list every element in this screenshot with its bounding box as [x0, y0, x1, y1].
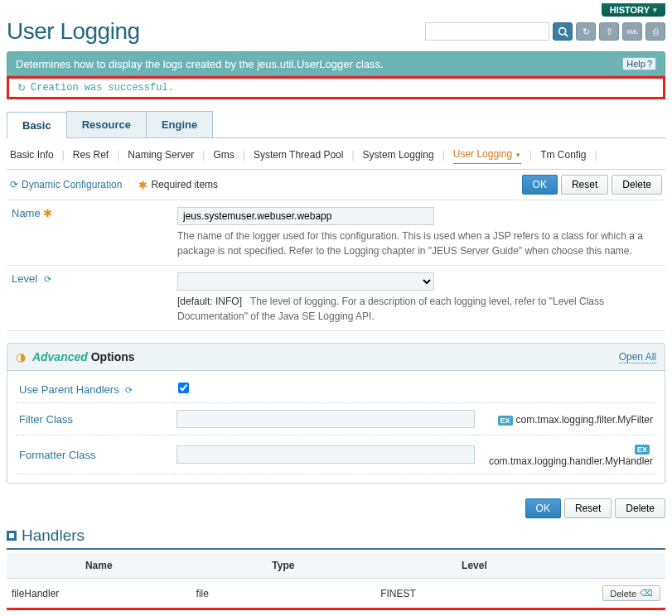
- formatter-class-label: Formatter Class: [16, 436, 173, 474]
- tab-basic[interactable]: Basic: [7, 112, 67, 138]
- page-title: User Logging: [7, 18, 140, 45]
- formatter-class-input[interactable]: [176, 445, 475, 464]
- filter-class-input[interactable]: [176, 410, 475, 428]
- subtab-tm-config[interactable]: Tm Config: [540, 146, 586, 164]
- required-star-icon: ✱: [138, 179, 147, 191]
- xml-icon-button[interactable]: XML: [622, 22, 642, 41]
- tab-resource[interactable]: Resource: [66, 111, 147, 137]
- help-question-icon: ?: [647, 59, 652, 69]
- search-input[interactable]: [425, 22, 549, 41]
- sync-icon: ⟳: [44, 274, 51, 284]
- print-icon-button[interactable]: ⎙: [645, 22, 665, 41]
- handlers-title: Handlers: [22, 527, 85, 545]
- name-input[interactable]: [177, 207, 434, 225]
- history-button[interactable]: HISTORY ▾: [602, 3, 665, 17]
- ok-button-2[interactable]: OK: [525, 498, 561, 518]
- required-items-label: ✱ Required items: [138, 179, 218, 191]
- subtab-gms[interactable]: Gms: [213, 146, 234, 164]
- advanced-icon: ◑: [16, 350, 26, 363]
- message-bar: ↻ Creation was successful.: [7, 76, 665, 99]
- dynamic-config-label: ⟳ Dynamic Configuration: [10, 179, 122, 190]
- message-text: Creation was successful.: [31, 82, 174, 94]
- level-help-text: [default: INFO] The level of logging. Fo…: [177, 294, 660, 324]
- reset-button[interactable]: Reset: [561, 175, 608, 195]
- refresh-icon-button[interactable]: ↻: [576, 22, 596, 41]
- level-label: Level: [12, 272, 37, 285]
- section-square-icon: [7, 531, 17, 541]
- col-type: Type: [191, 553, 376, 579]
- open-all-link[interactable]: Open All: [619, 351, 656, 363]
- col-level: Level: [375, 553, 573, 579]
- advanced-options-title: ◑ Advanced Options: [16, 350, 135, 363]
- name-help-text: The name of the logger used for this con…: [177, 229, 660, 258]
- use-parent-checkbox[interactable]: [178, 383, 189, 393]
- filter-class-label: Filter Class: [16, 403, 173, 436]
- formatter-example: com.tmax.logging.handler.MyHandler: [489, 455, 653, 467]
- dropdown-arrow-icon: ▼: [515, 152, 521, 159]
- search-button[interactable]: [553, 22, 573, 41]
- level-select[interactable]: [177, 272, 434, 291]
- row-delete-button[interactable]: Delete ⌫: [602, 585, 660, 601]
- use-parent-label: Use Parent Handlers: [19, 383, 119, 396]
- name-label: Name: [12, 207, 41, 219]
- main-tabs: Basic Resource Engine: [7, 111, 665, 138]
- example-tag: EX: [635, 445, 650, 455]
- subtab-system-thread-pool[interactable]: System Thread Pool: [254, 146, 344, 164]
- success-icon: ↻: [17, 82, 26, 94]
- cell-type: file: [191, 579, 376, 609]
- description-text: Determines how to display the logs creat…: [16, 58, 384, 70]
- subtabs: Basic Info| Res Ref| Naming Server| Gms|…: [7, 138, 665, 164]
- subtab-basic-info[interactable]: Basic Info: [10, 146, 54, 164]
- required-star-icon: ✱: [43, 207, 52, 219]
- delete-button[interactable]: Delete: [612, 175, 662, 195]
- svg-point-0: [558, 27, 565, 34]
- cell-name: fileHandler: [7, 579, 191, 609]
- subtab-naming-server[interactable]: Naming Server: [128, 146, 194, 164]
- ok-button[interactable]: OK: [522, 175, 558, 195]
- history-label: HISTORY: [610, 5, 650, 15]
- subtab-res-ref[interactable]: Res Ref: [73, 146, 109, 164]
- chevron-down-icon: ▾: [653, 6, 657, 14]
- col-name: Name: [7, 553, 191, 579]
- cell-level: FINEST: [375, 579, 573, 609]
- export-icon-button[interactable]: ⇧: [599, 22, 619, 41]
- description-panel: Determines how to display the logs creat…: [7, 51, 665, 76]
- table-row: fileHandler file FINEST Delete ⌫: [7, 579, 665, 609]
- sync-icon: ⟳: [10, 179, 18, 190]
- example-tag: EX: [498, 416, 513, 426]
- tab-engine[interactable]: Engine: [146, 111, 213, 137]
- sync-icon: ⟳: [125, 385, 133, 395]
- subtab-system-logging[interactable]: System Logging: [363, 146, 434, 164]
- subtab-user-logging[interactable]: User Logging▼: [453, 145, 521, 164]
- reset-button-2[interactable]: Reset: [564, 498, 612, 518]
- svg-line-1: [564, 33, 567, 36]
- delete-button-2[interactable]: Delete: [615, 498, 665, 518]
- filter-example: com.tmax.logging.filter.MyFilter: [516, 414, 653, 426]
- help-button[interactable]: Help ?: [622, 57, 656, 70]
- delete-icon: ⌫: [640, 588, 653, 599]
